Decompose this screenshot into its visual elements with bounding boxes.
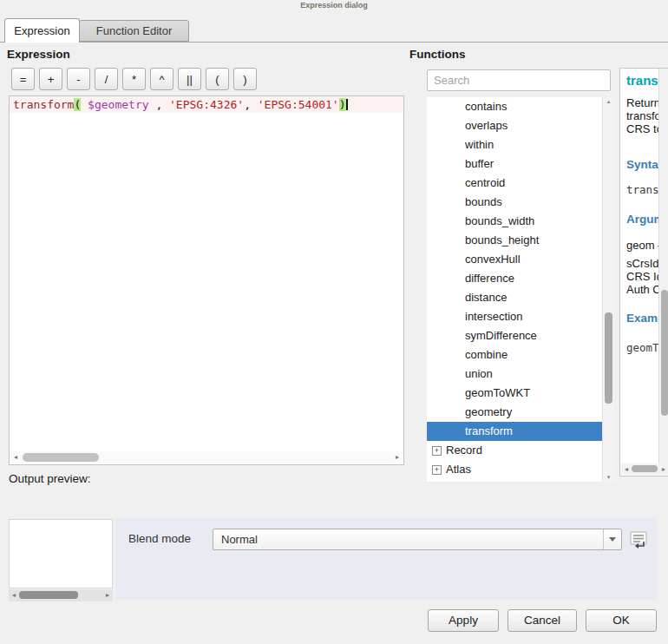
scroll-right-icon[interactable]: ▸ <box>102 589 113 601</box>
function-label: distance <box>465 291 507 304</box>
scroll-right-icon[interactable]: ▸ <box>392 451 403 463</box>
scrollbar-thumb[interactable] <box>605 312 612 404</box>
function-item-geometry[interactable]: geometry <box>427 403 602 422</box>
scrollbar-thumb[interactable] <box>661 290 668 416</box>
function-item-bounds[interactable]: bounds <box>427 193 602 212</box>
function-item-union[interactable]: union <box>427 365 602 384</box>
window-title: Expression dialog <box>0 1 668 10</box>
function-label: convexHull <box>465 253 521 266</box>
function-item-bounds_width[interactable]: bounds_width <box>427 212 602 231</box>
function-label: difference <box>465 272 514 285</box>
function-label: transform <box>465 424 513 437</box>
function-label: within <box>465 138 494 151</box>
function-label: bounds_width <box>465 214 534 227</box>
function-label: contains <box>465 100 507 113</box>
blend-mode-select[interactable]: Normal <box>213 529 622 550</box>
blend-mode-value: Normal <box>221 529 258 549</box>
operator-button[interactable]: ( <box>206 68 229 90</box>
function-item-within[interactable]: within <box>427 135 602 154</box>
operator-button[interactable]: * <box>122 68 146 90</box>
code-token-variable: $geometry <box>81 98 155 111</box>
function-list-items: containsoverlapswithinbuffercentroidboun… <box>427 97 602 479</box>
function-label: overlaps <box>465 119 508 132</box>
function-item-difference[interactable]: difference <box>427 269 602 288</box>
expand-plus-icon[interactable]: + <box>432 465 442 475</box>
code-token-bracket: ) <box>339 98 346 111</box>
scroll-left-icon[interactable]: ◂ <box>9 589 19 601</box>
function-label: symDifference <box>465 329 537 342</box>
scroll-left-icon[interactable]: ◂ <box>10 451 21 463</box>
search-input[interactable] <box>427 69 611 91</box>
operator-button[interactable]: = <box>11 68 35 90</box>
function-item-symDifference[interactable]: symDifference <box>427 326 602 345</box>
preview-horizontal-scrollbar[interactable]: ◂ ▸ <box>9 589 113 601</box>
tab-frame-border <box>0 42 668 43</box>
expression-section-label: Expression <box>7 48 70 61</box>
operator-button[interactable]: + <box>39 68 62 90</box>
function-label: combine <box>465 348 508 361</box>
operator-button[interactable]: / <box>95 68 118 90</box>
function-group-Atlas[interactable]: +Atlas <box>427 460 602 479</box>
scroll-right-icon[interactable]: ▸ <box>658 463 668 475</box>
expression-editor[interactable]: transform( $geometry , 'EPSG:4326', 'EPS… <box>9 95 404 465</box>
function-item-transform[interactable]: transform <box>427 422 602 441</box>
expand-plus-icon[interactable]: + <box>432 446 442 456</box>
blend-mode-label: Blend mode <box>128 532 191 545</box>
text-cursor <box>346 99 348 110</box>
function-label: intersection <box>465 310 522 323</box>
scrollbar-thumb[interactable] <box>19 591 78 599</box>
data-defined-override-icon[interactable] <box>628 529 649 550</box>
code-token-plain: , <box>244 98 258 111</box>
function-item-buffer[interactable]: buffer <box>427 154 602 174</box>
scrollbar-thumb[interactable] <box>632 465 658 472</box>
function-label: centroid <box>465 176 505 189</box>
function-label: bounds <box>465 195 502 208</box>
code-token-string: 'EPSG:54001' <box>258 98 339 111</box>
ok-button[interactable]: OK <box>586 609 657 632</box>
code-token-plain: , <box>155 98 169 111</box>
scrollbar-thumb[interactable] <box>23 453 99 462</box>
tab-function-editor[interactable]: Function Editor <box>79 20 189 42</box>
code-token-string: 'EPSG:4326' <box>169 98 244 111</box>
function-label: geometry <box>465 405 512 418</box>
chevron-down-icon[interactable] <box>603 529 621 549</box>
scroll-up-icon[interactable]: ▴ <box>603 98 614 105</box>
function-group-Record[interactable]: +Record <box>427 441 602 460</box>
preview-box <box>9 519 113 588</box>
function-item-centroid[interactable]: centroid <box>427 174 602 193</box>
function-label: union <box>465 367 493 380</box>
function-list: containsoverlapswithinbuffercentroidboun… <box>427 97 614 482</box>
function-label: bounds_height <box>465 233 539 246</box>
code-token-function: transform <box>13 98 74 111</box>
function-item-contains[interactable]: contains <box>427 97 602 116</box>
apply-button[interactable]: Apply <box>428 609 499 632</box>
expression-code-line[interactable]: transform( $geometry , 'EPSG:4326', 'EPS… <box>10 96 403 113</box>
function-label: geomToWKT <box>465 386 530 399</box>
operator-button[interactable]: - <box>67 68 90 90</box>
scroll-down-icon[interactable]: ▾ <box>603 474 614 481</box>
expression-dialog: Expression dialog Function Editor Expres… <box>0 0 668 644</box>
help-horizontal-scrollbar[interactable]: ◂ ▸ <box>621 463 668 475</box>
cancel-button[interactable]: Cancel <box>508 609 577 632</box>
function-list-scrollbar[interactable]: ▴ ▾ <box>602 97 614 482</box>
function-item-distance[interactable]: distance <box>427 288 602 307</box>
functions-section-label: Functions <box>409 48 466 61</box>
function-item-bounds_height[interactable]: bounds_height <box>427 231 602 250</box>
operator-button[interactable]: ) <box>233 68 257 90</box>
operator-button[interactable]: ^ <box>150 68 174 90</box>
tab-expression[interactable]: Expression <box>4 18 80 43</box>
function-item-overlaps[interactable]: overlaps <box>427 116 602 135</box>
function-item-geomToWKT[interactable]: geomToWKT <box>427 384 602 403</box>
scroll-left-icon[interactable]: ◂ <box>621 463 632 475</box>
function-help-panel: transform ReturnstransforCRS to Syntax t… <box>619 68 668 476</box>
help-vertical-scrollbar[interactable] <box>658 69 668 463</box>
function-item-combine[interactable]: combine <box>427 345 602 365</box>
function-item-intersection[interactable]: intersection <box>427 307 602 326</box>
function-item-convexHull[interactable]: convexHull <box>427 250 602 269</box>
operator-button[interactable]: || <box>178 68 201 90</box>
editor-horizontal-scrollbar[interactable]: ◂ ▸ <box>10 451 403 463</box>
function-label: buffer <box>465 157 494 170</box>
function-label: Atlas <box>446 463 471 476</box>
operator-row: =+-/*^||() <box>11 68 257 90</box>
function-label: Record <box>446 444 482 457</box>
